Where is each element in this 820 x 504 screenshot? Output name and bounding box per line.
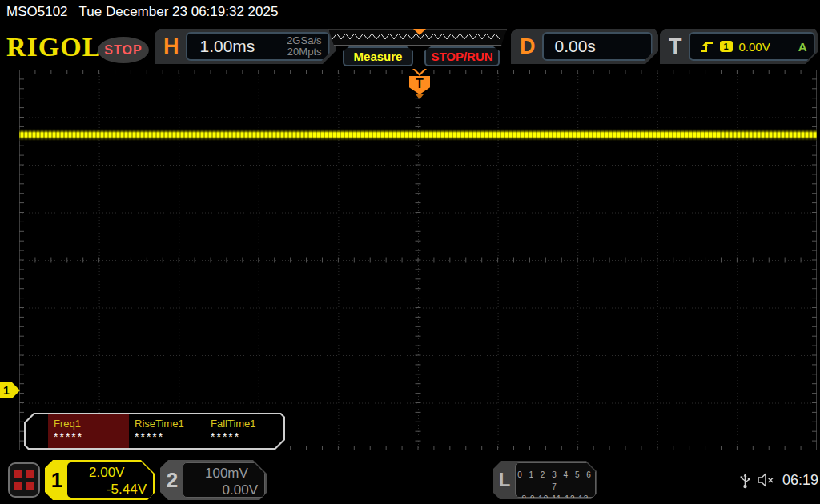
measurement-panel-inner: Freq1 ***** RiseTime1 ***** FallTime1 **…: [26, 414, 283, 448]
datetime-text: Tue December 23 06:19:32 2025: [79, 4, 279, 20]
grid-lines: [19, 70, 817, 450]
logic-channels-badge[interactable]: L 0 1 2 3 4 5 6 7 8 9 10 11 12 13 14 15: [493, 461, 597, 499]
grid-icon: [14, 470, 22, 478]
channel2-number: 2: [160, 460, 184, 500]
timebase-value: 1.00ms: [187, 37, 287, 56]
trigger-display[interactable]: 1 0.00V A: [689, 32, 815, 61]
horizontal-label: H: [155, 34, 186, 59]
measurement-freq1[interactable]: Freq1 *****: [48, 414, 129, 448]
delay-settings-block[interactable]: D 0.00s: [511, 29, 658, 64]
delay-display[interactable]: 0.00s: [542, 32, 653, 61]
measurement-value: *****: [135, 430, 205, 443]
trigger-slope-icon: [700, 41, 713, 53]
preview-trigger-position-icon[interactable]: [413, 29, 426, 35]
delay-label: D: [511, 34, 542, 59]
delay-value: 0.00s: [544, 37, 596, 56]
logic-label: L: [493, 461, 516, 499]
channel2-info: 100mV 0.00V: [183, 462, 265, 498]
measurement-value: *****: [211, 430, 281, 443]
acquisition-status-text: STOP: [104, 43, 142, 58]
sound-muted-icon: [758, 473, 775, 487]
usb-icon: [740, 471, 750, 489]
logic-row2: 8 9 10 11 12 13 14 15: [516, 493, 595, 504]
channel2-offset: 0.00V: [188, 482, 258, 498]
horizontal-display[interactable]: 1.00ms 2GSa/s 20Mpts: [186, 32, 330, 61]
measurement-label: RiseTime1: [135, 418, 205, 430]
channel1-info: 2.00V -5.44V: [67, 462, 153, 498]
logic-channel-list: 0 1 2 3 4 5 6 7 8 9 10 11 12 13 14 15: [515, 462, 596, 498]
channel1-level-marker[interactable]: 1: [0, 382, 20, 398]
measure-button[interactable]: Measure: [343, 46, 413, 66]
acquisition-status-badge: STOP: [98, 37, 149, 63]
sample-rate: 2GSa/s: [287, 35, 321, 46]
measurement-falltime1[interactable]: FallTime1 *****: [205, 414, 281, 448]
trigger-sweep-mode: A: [798, 40, 807, 54]
status-icons: 06:19: [740, 467, 820, 493]
channel1-scale: 2.00V: [89, 465, 124, 481]
channel1-badge[interactable]: 1 2.00V -5.44V: [45, 460, 155, 500]
measurement-label: Freq1: [54, 418, 129, 430]
stop-run-button-label: STOP/RUN: [431, 50, 492, 63]
oscilloscope-screen: MSO5102 Tue December 23 06:19:32 2025 RI…: [0, 0, 820, 504]
trigger-marker-tail: [416, 94, 424, 99]
waveform-graticule: [19, 70, 817, 450]
trigger-hollow-triangle-icon: [412, 69, 427, 76]
logic-row1: 0 1 2 3 4 5 6 7: [516, 469, 595, 493]
trigger-position-marker[interactable]: T: [408, 69, 431, 99]
model-name: MSO5102: [6, 4, 68, 20]
function-grid-button[interactable]: [8, 462, 40, 498]
channel2-badge[interactable]: 2 100mV 0.00V: [160, 460, 267, 500]
trigger-source-badge: 1: [720, 41, 733, 52]
measure-button-label: Measure: [354, 50, 403, 63]
measurement-risetime1[interactable]: RiseTime1 *****: [129, 414, 205, 448]
trigger-label: T: [660, 34, 689, 59]
clock-text: 06:19: [782, 472, 818, 489]
horizontal-settings-block[interactable]: H 1.00ms 2GSa/s 20Mpts: [155, 29, 336, 64]
top-info-bar: MSO5102 Tue December 23 06:19:32 2025: [0, 0, 820, 24]
channel1-trace: [19, 129, 817, 141]
channel2-scale: 100mV: [205, 466, 248, 482]
measurement-value: *****: [54, 430, 129, 443]
trigger-marker-body[interactable]: T: [409, 76, 430, 94]
memory-depth: 20Mpts: [287, 46, 321, 58]
sample-rate-memdepth: 2GSa/s 20Mpts: [287, 35, 328, 58]
measurement-label: FallTime1: [211, 418, 281, 430]
trigger-level-value: 0.00V: [739, 40, 792, 54]
channel1-number: 1: [45, 460, 69, 500]
rigol-logo: RIGOL: [6, 32, 101, 62]
stop-run-button[interactable]: STOP/RUN: [424, 46, 500, 66]
channel1-offset: -5.44V: [72, 482, 147, 498]
measurement-panel: Freq1 ***** RiseTime1 ***** FallTime1 **…: [24, 413, 285, 450]
trigger-settings-block[interactable]: T 1 0.00V A: [660, 29, 818, 64]
